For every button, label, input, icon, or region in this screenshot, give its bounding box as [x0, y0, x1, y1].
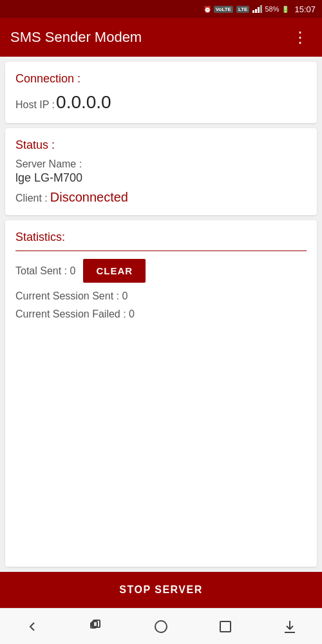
server-name-value-row: lge LG-M700 [15, 171, 307, 185]
current-session-failed-label: Current Session Failed : 0 [15, 308, 135, 319]
volte-badge: VoLTE [214, 6, 233, 13]
svg-point-3 [155, 621, 167, 632]
alarm-icon: ⏰ [204, 6, 211, 13]
svg-rect-4 [220, 621, 231, 632]
app-bar: SMS Sender Modem ⋮ [0, 18, 322, 57]
windows-button[interactable] [210, 611, 241, 642]
lte-badge: LTE [236, 6, 250, 13]
home-icon [153, 619, 169, 634]
current-session-failed-row: Current Session Failed : 0 [15, 308, 307, 320]
download-icon [282, 619, 298, 634]
recents-icon [89, 619, 104, 634]
download-button[interactable] [274, 611, 305, 642]
battery-icon: 🔋 [281, 6, 289, 13]
battery-percent: 58% [265, 5, 279, 13]
back-button[interactable] [17, 611, 48, 642]
status-icons: ⏰ VoLTE LTE 58% 🔋 15:07 [204, 5, 316, 14]
connection-card: Connection : Host IP : 0.0.0.0 [5, 62, 317, 123]
home-button[interactable] [146, 611, 176, 642]
client-row: Client : Disconnected [15, 190, 307, 205]
status-title: Status : [15, 138, 307, 152]
statistics-title: Statistics: [15, 231, 307, 244]
server-name-value: lge LG-M700 [15, 171, 82, 185]
client-label: Client : [15, 193, 48, 204]
main-content: Connection : Host IP : 0.0.0.0 Status : … [0, 57, 322, 572]
host-value: 0.0.0.0 [56, 92, 111, 113]
status-bar: ⏰ VoLTE LTE 58% 🔋 15:07 [0, 0, 322, 18]
host-label: Host IP : [15, 99, 55, 111]
current-session-sent-label: Current Session Sent : 0 [15, 290, 128, 301]
back-icon [24, 619, 40, 634]
recents-button[interactable] [81, 611, 112, 642]
statistics-card: Statistics: Total Sent : 0 CLEAR Current… [5, 220, 317, 567]
stop-server-button[interactable]: STOP SERVER [0, 572, 322, 608]
nav-bar [0, 608, 322, 644]
host-row: Host IP : 0.0.0.0 [15, 92, 307, 113]
total-sent-label: Total Sent : 0 [15, 265, 75, 277]
windows-icon [218, 619, 233, 634]
signal-icon [252, 5, 262, 13]
app-title: SMS Sender Modem [10, 29, 142, 46]
status-card: Status : Server Name : lge LG-M700 Clien… [5, 128, 317, 215]
stats-divider [15, 251, 307, 251]
clear-button[interactable]: CLEAR [83, 259, 146, 283]
total-sent-row: Total Sent : 0 CLEAR [15, 259, 307, 283]
connection-title: Connection : [15, 72, 307, 86]
server-name-row: Server Name : [15, 158, 307, 170]
client-status: Disconnected [50, 190, 128, 205]
status-time: 15:07 [294, 5, 316, 14]
current-session-sent-row: Current Session Sent : 0 [15, 290, 307, 302]
more-options-icon[interactable]: ⋮ [289, 26, 312, 49]
server-name-label: Server Name : [15, 158, 82, 170]
